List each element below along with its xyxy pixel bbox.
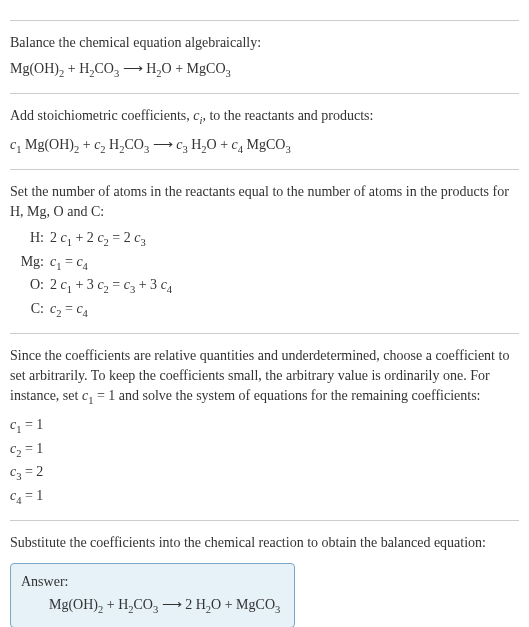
section-atoms: Set the number of atoms in the reactants… [10,169,519,321]
answer-label: Answer: [21,574,280,590]
coeff-value: c1 = 1 [10,414,519,438]
coeff-value: c2 = 1 [10,438,519,462]
coefficients-intro: Add stoichiometric coefficients, ci, to … [10,106,519,128]
solve-intro: Since the coefficients are relative quan… [10,346,519,408]
atom-row: H: 2 c1 + 2 c2 = 2 c3 [18,227,519,251]
section-prompt: Balance the chemical equation algebraica… [10,20,519,81]
atom-label: O: [18,274,50,298]
atom-label: C: [18,298,50,322]
atom-equation: c1 = c4 [50,251,88,275]
atom-row: O: 2 c1 + 3 c2 = c3 + 3 c4 [18,274,519,298]
coeff-value: c4 = 1 [10,485,519,509]
unbalanced-equation: Mg(OH)2 + H2CO3 ⟶ H2O + MgCO3 [10,59,519,81]
answer-box: Answer: Mg(OH)2 + H2CO3 ⟶ 2 H2O + MgCO3 [10,563,295,627]
section-coefficients: Add stoichiometric coefficients, ci, to … [10,93,519,157]
atom-equation: 2 c1 + 3 c2 = c3 + 3 c4 [50,274,172,298]
prompt-text: Balance the chemical equation algebraica… [10,33,519,53]
section-solve: Since the coefficients are relative quan… [10,333,519,508]
coeff-list: c1 = 1 c2 = 1 c3 = 2 c4 = 1 [10,414,519,508]
atom-label: Mg: [18,251,50,275]
atom-label: H: [18,227,50,251]
atom-equation: 2 c1 + 2 c2 = 2 c3 [50,227,146,251]
answer-intro: Substitute the coefficients into the che… [10,533,519,553]
coeff-value: c3 = 2 [10,461,519,485]
atom-row: Mg: c1 = c4 [18,251,519,275]
atom-equation: c2 = c4 [50,298,88,322]
coefficients-equation: c1 Mg(OH)2 + c2 H2CO3 ⟶ c3 H2O + c4 MgCO… [10,135,519,157]
atom-row: C: c2 = c4 [18,298,519,322]
balanced-equation: Mg(OH)2 + H2CO3 ⟶ 2 H2O + MgCO3 [21,596,280,615]
atoms-table: H: 2 c1 + 2 c2 = 2 c3 Mg: c1 = c4 O: 2 c… [18,227,519,321]
atoms-intro: Set the number of atoms in the reactants… [10,182,519,221]
section-answer: Substitute the coefficients into the che… [10,520,519,627]
